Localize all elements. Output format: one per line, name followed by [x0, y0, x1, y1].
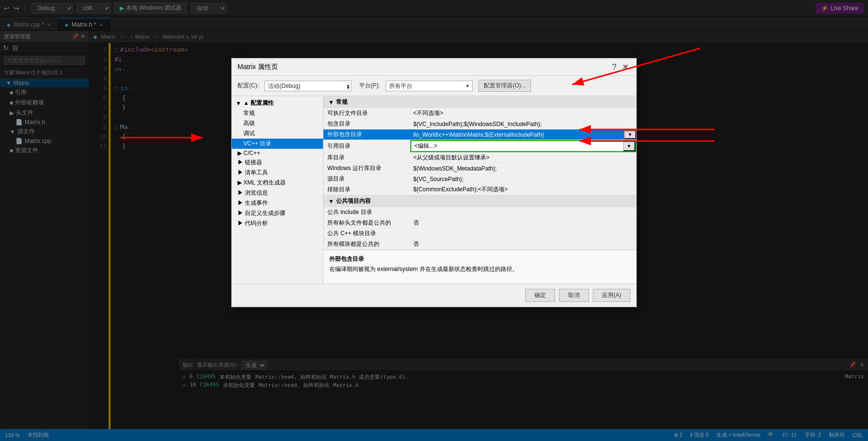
config-manager-button[interactable]: 配置管理器(O)...: [478, 80, 531, 92]
tree-item-general[interactable]: 常规: [232, 108, 323, 118]
tree-item-browse[interactable]: ▶ 浏览信息: [232, 188, 323, 198]
close-dialog-button[interactable]: ✕: [620, 62, 630, 71]
props-label-public-cpp: 公共 C++ 模块目录: [323, 228, 410, 239]
props-value-winrt: $(WindowsSDK_MetadataPath);: [410, 164, 636, 173]
props-value-reference[interactable]: <编辑...> ▼: [410, 140, 636, 152]
props-row-source: 源目录 $(VC_SourcePath);: [323, 174, 636, 185]
props-label-library: 库目录: [323, 153, 410, 163]
props-value-source: $(VC_SourcePath);: [410, 175, 636, 184]
tree-config-header[interactable]: ▼ ▲ 配置属性: [232, 98, 323, 108]
config-select-wrap: 活动(Debug): [265, 81, 353, 91]
section-collapse-icon: ▼: [328, 99, 334, 106]
tree-item-advanced[interactable]: 高级: [232, 118, 323, 128]
label: ▶ 自定义生成步骤: [238, 209, 285, 217]
dialog-title: Matrix 属性页: [238, 63, 278, 71]
props-row-external-include[interactable]: 外部包含目录 llo_World\c++\Matrix\Matrix;$(Ext…: [323, 129, 636, 140]
props-row-include: 包含目录 $(VC_IncludePath);$(WindowsSDK_Incl…: [323, 119, 636, 129]
collapse-icon: ▼: [236, 100, 241, 107]
dialog-props-panel: ▼ 常规 可执行文件目录 <不同选项> 包含目录 $(VC_IncludePat…: [323, 96, 636, 284]
props-value-public-include: [410, 212, 636, 213]
dialog-description: 外部包含目录 在编译期间被视为 external/system 并在生成最新状态…: [323, 250, 636, 284]
label: ▶ C/C++: [238, 150, 260, 156]
props-value-include: $(VC_IncludePath);$(WindowsSDK_IncludePa…: [410, 120, 636, 128]
dialog-content: ▼ ▲ 配置属性 常规 高级 调试 VC++ 目录 ▶ C/C++: [232, 96, 636, 284]
label: ▶ XML 文档生成器: [238, 179, 286, 187]
label: ▶ 生成事件: [238, 199, 268, 207]
props-label-include: 包含目录: [323, 119, 410, 129]
props-label-executable: 可执行文件目录: [323, 108, 410, 118]
dialog-overlay: Matrix 属性页 ? ✕ 配置(C): 活动(Debug) 平台(P): 所…: [0, 0, 868, 441]
props-value-all-headers: 否: [410, 218, 636, 228]
label: ▶ 代码分析: [238, 219, 268, 228]
tree-item-build-events[interactable]: ▶ 生成事件: [232, 198, 323, 208]
properties-dialog: Matrix 属性页 ? ✕ 配置(C): 活动(Debug) 平台(P): 所…: [231, 58, 637, 307]
tree-item-debug[interactable]: 调试: [232, 128, 323, 139]
ok-button[interactable]: 确定: [525, 289, 555, 302]
label: 高级: [243, 119, 255, 128]
apply-button[interactable]: 应用(A): [593, 289, 630, 302]
description-title: 外部包含目录: [329, 255, 630, 263]
props-label-exclude: 排除目录: [323, 185, 410, 195]
dialog-controls: ? ✕: [610, 62, 630, 71]
dialog-footer: 确定 取消 应用(A): [232, 284, 636, 307]
props-public-section: ▼ 公共项目内容: [323, 195, 636, 207]
tree-item-custom[interactable]: ▶ 自定义生成步骤: [232, 208, 323, 218]
tree-item-cpp[interactable]: ▶ C/C++: [232, 149, 323, 157]
props-value-library: <从父级或项目默认设置继承>: [410, 153, 636, 163]
props-label-all-headers: 所有标头文件都是公共的: [323, 218, 410, 228]
tree-item-code-analysis[interactable]: ▶ 代码分析: [232, 218, 323, 228]
props-row-executable: 可执行文件目录 <不同选项>: [323, 108, 636, 119]
config-select[interactable]: 活动(Debug): [265, 81, 351, 91]
label: ▶ 清单工具: [238, 169, 268, 177]
label: ▶ 浏览信息: [238, 189, 268, 197]
config-label: 配置(C):: [238, 82, 259, 90]
tree-item-manifest[interactable]: ▶ 清单工具: [232, 168, 323, 178]
label: 调试: [243, 129, 255, 138]
platform-select[interactable]: 所有平台: [386, 81, 473, 91]
label: VC++ 目录: [243, 140, 271, 148]
props-general-section: ▼ 常规: [323, 96, 636, 108]
label: 常规: [243, 109, 255, 117]
tree-item-vc-dirs[interactable]: VC++ 目录: [232, 139, 323, 149]
dialog-titlebar: Matrix 属性页 ? ✕: [232, 58, 636, 76]
props-row-public-include: 公共 include 目录: [323, 207, 636, 218]
props-label-public-include: 公共 include 目录: [323, 207, 410, 217]
description-text: 在编译期间被视为 external/system 并在生成最新状态检查时跳过的路…: [329, 265, 630, 273]
external-include-dropdown-btn[interactable]: ▼: [624, 130, 636, 139]
props-row-public-cpp: 公共 C++ 模块目录: [323, 228, 636, 239]
platform-label: 平台(P):: [359, 82, 380, 90]
props-label-reference: 引用目录: [323, 141, 410, 151]
public-collapse-icon: ▼: [328, 198, 334, 205]
props-value-all-modules: 否: [410, 239, 636, 249]
dialog-tree: ▼ ▲ 配置属性 常规 高级 调试 VC++ 目录 ▶ C/C++: [232, 96, 323, 284]
cancel-button[interactable]: 取消: [559, 289, 589, 302]
props-row-winrt: Windows 运行库目录 $(WindowsSDK_MetadataPath)…: [323, 163, 636, 174]
props-row-all-headers: 所有标头文件都是公共的 否: [323, 218, 636, 228]
props-value-executable: <不同选项>: [410, 108, 636, 118]
props-label-source: 源目录: [323, 174, 410, 184]
props-label-winrt: Windows 运行库目录: [323, 163, 410, 173]
dialog-config-row: 配置(C): 活动(Debug) 平台(P): 所有平台 配置管理器(O)...: [232, 76, 636, 96]
props-value-exclude: $(CommonExcludePath);<不同选项>: [410, 185, 636, 195]
tree-item-xml[interactable]: ▶ XML 文档生成器: [232, 178, 323, 188]
tree-item-linker[interactable]: ▶ 链接器: [232, 157, 323, 168]
help-button[interactable]: ?: [610, 62, 618, 71]
label: ▶ 链接器: [238, 158, 262, 167]
props-row-library: 库目录 <从父级或项目默认设置继承>: [323, 153, 636, 163]
props-value-public-cpp: [410, 233, 636, 235]
props-value-external-include[interactable]: llo_World\c++\Matrix\Matrix;$(ExternalIn…: [410, 130, 636, 139]
reference-dropdown-btn[interactable]: ▼: [623, 141, 635, 151]
props-label-all-modules: 所有模块都是公共的: [323, 239, 410, 249]
platform-select-wrap: 所有平台: [386, 81, 473, 91]
props-label-external-include: 外部包含目录: [323, 129, 410, 140]
props-row-all-modules: 所有模块都是公共的 否: [323, 239, 636, 250]
props-row-exclude: 排除目录 $(CommonExcludePath);<不同选项>: [323, 185, 636, 195]
props-row-reference[interactable]: 引用目录 <编辑...> ▼: [323, 140, 636, 153]
